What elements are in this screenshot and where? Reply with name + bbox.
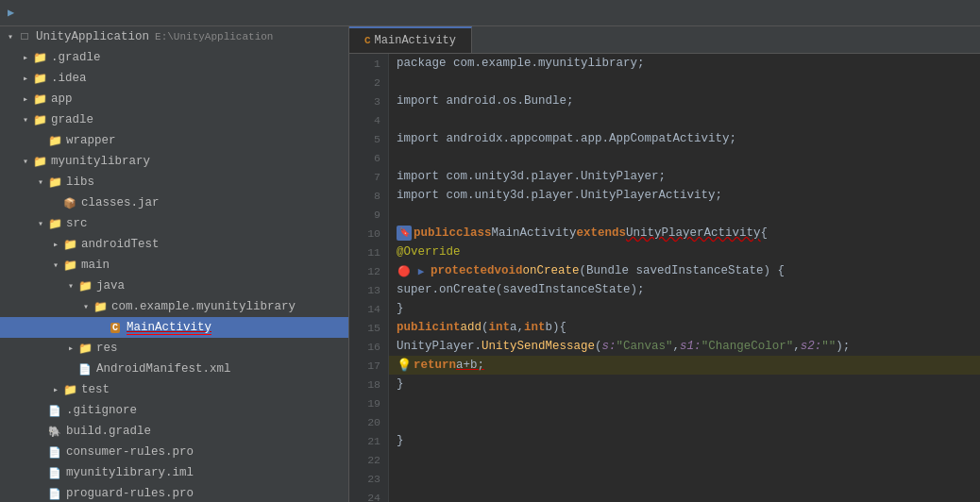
sidebar-item-src[interactable]: 📁src [0,213,348,234]
sidebar-item-label: consumer-rules.pro [66,445,194,459]
token-str-key: s1: [680,340,701,353]
token-plain: import com.unity3d.player.UnityPlayer; [397,170,666,183]
sidebar-item-androidTest[interactable]: 📁androidTest [0,234,348,255]
tree-arrow [34,217,47,230]
line-number-11: 11 [349,243,388,261]
code-area[interactable]: 123456789101112131415161718192021222324 … [349,54,980,502]
token-str: "" [821,340,836,353]
line-number-2: 2 [349,73,388,92]
folder-blue-icon: 📁 [93,299,108,314]
warning-bulb-icon: 💡 [397,358,412,373]
token-plain: import androidx.appcompat.app.AppCompatA… [397,132,736,145]
token-fn: add [461,321,482,334]
token-plain: import com.unity3d.player.UnityPlayerAct… [397,189,722,202]
sidebar-item-main[interactable]: 📁main [0,255,348,276]
code-line-6 [389,148,980,167]
sidebar-item-mainactivity[interactable]: CMainActivity [0,317,348,338]
sidebar-item-idea[interactable]: 📁.idea [0,68,348,89]
code-line-12: 🔴▶ protected void onCreate(Bundle savedI… [389,261,980,280]
folder-blue-icon: 📁 [77,278,93,293]
token-plain: , [673,340,681,353]
tree-arrow [34,466,47,479]
token-kw: int [524,321,546,334]
folder-icon: 📁 [32,71,47,86]
sidebar-item-res[interactable]: 📁res [0,338,348,359]
tree-arrow [49,259,62,272]
token-kw: int [439,321,461,334]
sidebar-item-wrapper[interactable]: 📁wrapper [0,130,348,151]
token-fn: onCreate [523,264,580,277]
tree-arrow [64,362,77,376]
sidebar-item-gradle[interactable]: 📁gradle [0,109,348,130]
java-tab-icon: C [364,35,371,46]
sidebar-item-label: wrapper [66,134,116,147]
token-kw: void [495,264,523,277]
tab-mainactivity[interactable]: C MainActivity [349,26,472,53]
tree-arrow [19,92,32,106]
sidebar-item-label: proguard-rules.pro [66,487,194,500]
token-str-key: s: [602,340,617,353]
project-sidebar[interactable]: □UnityApplicationE:\UnityApplication📁.gr… [0,26,349,502]
main-area: □UnityApplicationE:\UnityApplication📁.gr… [0,26,980,502]
line-number-15: 15 [349,318,388,337]
folder-icon: 📁 [32,154,47,169]
tree-arrow [4,30,17,43]
token-plain: ); [836,340,850,353]
sidebar-item-app[interactable]: 📁app [0,89,348,109]
tree-arrow [34,404,47,417]
code-line-9 [389,205,980,224]
line-number-19: 19 [349,393,388,412]
line-number-1: 1 [349,54,388,73]
sidebar-item-label: src [66,217,88,230]
tree-arrow [19,51,32,64]
sidebar-item-myunitylibrary-iml[interactable]: 📄myunitylibrary.iml [0,462,348,483]
token-ann: @Override [397,245,461,259]
token-fn: UnitySendMessage [482,340,595,353]
token-kw: extends [577,226,627,240]
folder-icon: 📁 [62,382,77,397]
sidebar-item-java[interactable]: 📁java [0,276,348,296]
sidebar-item-com-package[interactable]: 📁com.example.myunitylibrary [0,296,348,317]
sidebar-item-label: androidTest [81,238,160,251]
sidebar-item-unity-app[interactable]: □UnityApplicationE:\UnityApplication [0,26,348,47]
token-plain: (Bundle savedInstanceState) { [580,264,786,277]
code-line-24 [389,488,980,502]
token-kw: return [414,359,456,372]
sidebar-item-androidmanifest[interactable]: 📄AndroidManifest.xml [0,359,348,379]
sidebar-item-classes-jar[interactable]: 📦classes.jar [0,192,348,213]
token-str: "ChangeColor" [701,340,794,353]
line-number-14: 14 [349,299,388,318]
sidebar-item-libs[interactable]: 📁libs [0,172,348,192]
code-line-20 [389,412,980,431]
token-plain: ( [482,321,489,334]
sidebar-item-label: libs [66,176,94,189]
code-line-7: import com.unity3d.player.UnityPlayer; [389,167,980,186]
token-plain: package com.example.myunitylibrary; [397,57,645,70]
sidebar-item-myunitylibrary[interactable]: 📁myunitylibrary [0,151,348,172]
sidebar-item-consumer-rules[interactable]: 📄consumer-rules.pro [0,442,348,462]
code-line-21: } [389,431,980,450]
token-plain: { [761,226,769,240]
code-content[interactable]: package com.example.myunitylibrary;impor… [389,54,980,502]
sidebar-item-gitignore-lib[interactable]: 📄.gitignore [0,400,348,421]
folder-icon: 📁 [47,216,62,231]
sidebar-item-label: myunitylibrary.iml [66,466,194,479]
sidebar-item-gradle-hidden[interactable]: 📁.gradle [0,47,348,68]
sidebar-item-test[interactable]: 📁test [0,379,348,400]
line-number-9: 9 [349,205,388,224]
token-kw: int [489,321,511,334]
sidebar-item-proguard-rules[interactable]: 📄proguard-rules.pro [0,483,348,502]
sidebar-item-build-gradle-lib[interactable]: 🐘build.gradle [0,421,348,442]
sidebar-item-label: test [81,383,110,396]
folder-icon: 📁 [62,258,77,273]
tree-arrow [19,155,32,168]
line-number-17: 17 [349,356,388,375]
code-line-19 [389,393,980,412]
line-number-22: 22 [349,450,388,469]
module-icon: □ [17,29,32,44]
folder-icon: 📁 [62,237,77,252]
token-str-key: s2: [801,340,822,353]
code-line-3: import android.os.Bundle; [389,92,980,110]
code-editor[interactable]: C MainActivity 1234567891011121314151617… [349,26,980,502]
tree-arrow [94,321,108,334]
